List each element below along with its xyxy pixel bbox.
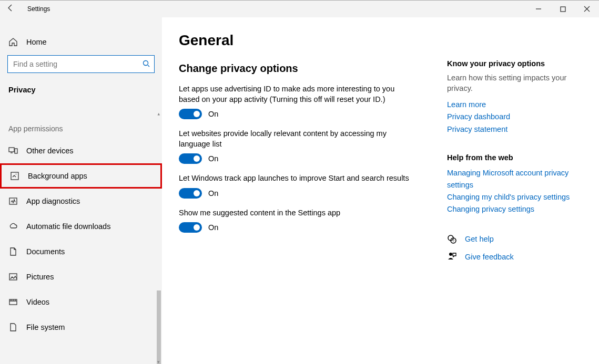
link-child-privacy[interactable]: Changing my child's privacy settings bbox=[447, 191, 582, 203]
back-button[interactable] bbox=[0, 4, 21, 14]
svg-point-1 bbox=[144, 60, 148, 65]
sidebar-item-label: Other devices bbox=[26, 147, 73, 155]
sidebar-item-pictures[interactable]: Pictures bbox=[0, 264, 162, 289]
know-privacy-desc: Learn how this setting impacts your priv… bbox=[447, 73, 582, 93]
sidebar-item-label: Documents bbox=[26, 247, 65, 256]
close-button[interactable] bbox=[575, 1, 599, 17]
svg-rect-2 bbox=[9, 148, 14, 152]
sidebar-item-automatic-file-downloads[interactable]: Automatic file downloads bbox=[0, 214, 162, 239]
sidebar-subsection-title: App permissions bbox=[0, 98, 162, 138]
scrollbar-track[interactable] bbox=[156, 112, 162, 364]
sidebar-item-other-devices[interactable]: Other devices bbox=[0, 138, 162, 163]
privacy-option-suggested-content: Show me suggested content in the Setting… bbox=[179, 208, 426, 233]
pictures-icon bbox=[8, 272, 18, 282]
help-web-title: Help from the web bbox=[447, 153, 582, 162]
videos-icon bbox=[8, 297, 18, 307]
sidebar-item-label: Background apps bbox=[28, 172, 87, 180]
option-description: Let apps use advertising ID to make ads … bbox=[179, 84, 410, 105]
help-icon: ? bbox=[447, 234, 456, 245]
sidebar-item-label: File system bbox=[26, 323, 65, 331]
sidebar-home-label: Home bbox=[26, 38, 47, 46]
sidebar-item-app-diagnostics[interactable]: App diagnostics bbox=[0, 189, 162, 214]
home-icon bbox=[8, 37, 18, 47]
search-icon bbox=[143, 60, 150, 69]
sidebar-item-label: Automatic file downloads bbox=[26, 222, 110, 231]
sidebar-item-label: Pictures bbox=[26, 273, 54, 281]
window-title: Settings bbox=[27, 5, 50, 13]
link-managing-account-privacy[interactable]: Managing Microsoft account privacy setti… bbox=[447, 167, 582, 191]
link-privacy-statement[interactable]: Privacy statement bbox=[447, 123, 582, 136]
svg-text:?: ? bbox=[452, 239, 454, 243]
option-description: Let websites provide locally relevant co… bbox=[179, 129, 410, 149]
svg-rect-0 bbox=[561, 7, 565, 12]
know-privacy-title: Know your privacy options bbox=[447, 59, 582, 68]
content-area: General Change privacy options Let apps … bbox=[162, 17, 599, 364]
section-heading: Change privacy options bbox=[179, 63, 426, 75]
right-column: Know your privacy options Learn how this… bbox=[447, 32, 582, 364]
get-help-row[interactable]: ? Get help bbox=[447, 233, 582, 245]
privacy-option-advertising-id: Let apps use advertising ID to make ads … bbox=[179, 84, 426, 119]
body: Home Privacy App permissions Other devic… bbox=[0, 17, 599, 364]
minimize-button[interactable] bbox=[526, 1, 551, 17]
document-icon bbox=[8, 247, 18, 256]
feedback-icon bbox=[447, 252, 456, 263]
help-web-block: Help from the web Managing Microsoft acc… bbox=[447, 153, 582, 216]
sidebar-item-label: App diagnostics bbox=[26, 197, 80, 205]
settings-window: Settings Home Priva bbox=[0, 0, 599, 364]
toggle-suggested-content[interactable] bbox=[179, 222, 202, 233]
scroll-down-arrow[interactable]: ▾ bbox=[155, 359, 162, 364]
sidebar: Home Privacy App permissions Other devic… bbox=[0, 17, 162, 364]
option-description: Show me suggested content in the Setting… bbox=[179, 208, 410, 219]
toggle-state-label: On bbox=[208, 110, 218, 118]
privacy-option-track-launches: Let Windows track app launches to improv… bbox=[179, 173, 426, 199]
window-controls bbox=[526, 1, 599, 17]
main-column: General Change privacy options Let apps … bbox=[179, 32, 426, 364]
app-diagnostics-icon bbox=[8, 196, 18, 206]
link-privacy-dashboard[interactable]: Privacy dashboard bbox=[447, 111, 582, 123]
svg-rect-3 bbox=[15, 149, 17, 153]
link-get-help[interactable]: Get help bbox=[465, 233, 494, 245]
search-input[interactable] bbox=[12, 59, 143, 69]
sidebar-section-title: Privacy bbox=[0, 76, 162, 98]
sidebar-item-videos[interactable]: Videos bbox=[0, 289, 162, 315]
sidebar-item-label: Videos bbox=[26, 298, 49, 306]
search-wrap bbox=[0, 52, 162, 76]
option-description: Let Windows track app launches to improv… bbox=[179, 173, 410, 184]
toggle-advertising-id[interactable] bbox=[179, 109, 202, 119]
give-feedback-row[interactable]: Give feedback bbox=[447, 251, 582, 263]
background-apps-icon bbox=[10, 171, 19, 181]
sidebar-home[interactable]: Home bbox=[0, 32, 162, 52]
sidebar-item-documents[interactable]: Documents bbox=[0, 239, 162, 264]
sidebar-item-file-system[interactable]: File system bbox=[0, 315, 162, 340]
titlebar: Settings bbox=[0, 1, 599, 17]
link-changing-privacy[interactable]: Changing privacy settings bbox=[447, 203, 582, 215]
toggle-state-label: On bbox=[208, 154, 218, 163]
maximize-button[interactable] bbox=[551, 1, 575, 17]
toggle-language-list[interactable] bbox=[179, 153, 202, 164]
link-give-feedback[interactable]: Give feedback bbox=[465, 251, 514, 263]
search-box[interactable] bbox=[7, 55, 155, 73]
toggle-state-label: On bbox=[208, 189, 218, 197]
toggle-state-label: On bbox=[208, 223, 218, 232]
other-devices-icon bbox=[8, 146, 18, 155]
link-learn-more[interactable]: Learn more bbox=[447, 99, 582, 111]
cloud-download-icon bbox=[8, 222, 18, 231]
actions-block: ? Get help Give feedback bbox=[447, 233, 582, 263]
sidebar-item-background-apps[interactable]: Background apps bbox=[0, 163, 162, 189]
page-title: General bbox=[179, 32, 426, 49]
svg-point-11 bbox=[449, 253, 452, 256]
know-privacy-block: Know your privacy options Learn how this… bbox=[447, 59, 582, 136]
file-system-icon bbox=[8, 323, 18, 332]
privacy-option-language-list: Let websites provide locally relevant co… bbox=[179, 129, 426, 164]
scrollbar-thumb[interactable] bbox=[157, 290, 161, 364]
toggle-track-launches[interactable] bbox=[179, 188, 202, 199]
